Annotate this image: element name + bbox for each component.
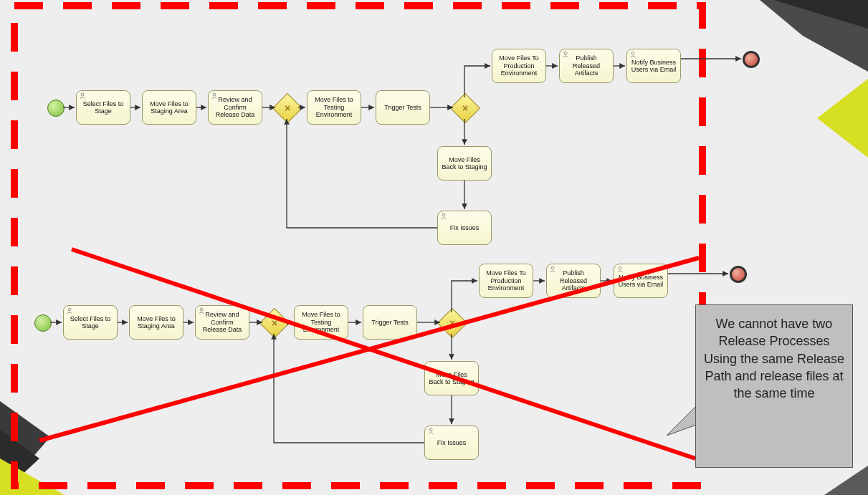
- task-move-testing-top: Move Files to Testing Environment: [307, 90, 361, 125]
- gateway-2-top: ×: [450, 93, 480, 123]
- task-label: Review and Confirm Release Data: [211, 96, 259, 118]
- task-publish-bottom: Publish Released Artifacts: [546, 264, 601, 298]
- task-back-staging-top: Move Files Back to Staging: [437, 146, 492, 181]
- task-label: Publish Released Artifacts: [550, 269, 597, 292]
- svg-point-14: [200, 308, 203, 311]
- task-label: Review and Confirm Release Data: [199, 311, 246, 333]
- annotation-callout: We cannot have two Release Processes Usi…: [695, 304, 853, 468]
- svg-line-43: [72, 249, 695, 458]
- svg-marker-6: [824, 466, 868, 495]
- task-label: Move Files to Testing Environment: [310, 96, 358, 118]
- task-label: Fix Issues: [437, 439, 467, 446]
- task-trigger-bottom: Trigger Tests: [363, 305, 417, 340]
- task-move-staging-top: Move Files to Staging Area: [142, 90, 196, 125]
- svg-marker-0: [760, 0, 868, 72]
- svg-point-11: [631, 52, 634, 54]
- task-fix-top: Fix Issues: [437, 211, 492, 245]
- task-move-prod-top: Move Files To Production Environment: [492, 49, 546, 83]
- svg-marker-3: [0, 401, 50, 495]
- task-label: Fix Issues: [450, 224, 480, 231]
- task-label: Select Files to Stage: [80, 100, 127, 115]
- task-back-staging-bottom: Move Files Back to Staging: [424, 361, 479, 395]
- svg-marker-2: [817, 79, 868, 158]
- svg-point-16: [619, 266, 621, 269]
- task-review-top: Review and Confirm Release Data: [208, 90, 262, 125]
- svg-marker-1: [774, 0, 868, 29]
- svg-marker-4: [0, 430, 39, 495]
- task-label: Move Files Back to Staging: [428, 371, 475, 386]
- end-event-bottom: [730, 266, 747, 283]
- task-label: Publish Released Artifacts: [563, 54, 610, 77]
- task-label: Notify Business Users via Email: [630, 59, 677, 74]
- start-event-top: [47, 100, 65, 117]
- task-label: Move Files to Staging Area: [133, 315, 180, 330]
- task-label: Select Files to Stage: [67, 315, 114, 330]
- task-label: Move Files Back to Staging: [441, 156, 488, 171]
- task-move-prod-bottom: Move Files To Production Environment: [479, 264, 533, 298]
- task-move-staging-bottom: Move Files to Staging Area: [129, 305, 183, 340]
- task-label: Trigger Tests: [371, 319, 409, 326]
- task-notify-top: Notify Business Users via Email: [626, 49, 681, 83]
- task-label: Move Files to Staging Area: [146, 100, 193, 115]
- svg-point-13: [68, 308, 71, 311]
- task-label: Move Files To Production Environment: [482, 269, 530, 292]
- start-event-bottom: [34, 314, 52, 332]
- svg-point-15: [551, 266, 554, 269]
- svg-point-17: [429, 428, 432, 431]
- task-label: Move Files to Testing Environment: [297, 311, 345, 333]
- task-label: Trigger Tests: [384, 104, 421, 111]
- svg-point-8: [81, 93, 84, 96]
- gateway-1-top: ×: [272, 93, 302, 123]
- task-label: Move Files To Production Environment: [495, 54, 543, 77]
- task-label: Notify Business Users via Email: [617, 274, 664, 289]
- end-event-top: [743, 51, 760, 68]
- svg-point-10: [564, 52, 567, 54]
- svg-marker-5: [0, 458, 65, 495]
- slide-stage: Select Files to Stage Move Files to Stag…: [0, 0, 868, 495]
- task-publish-top: Publish Released Artifacts: [559, 49, 614, 83]
- svg-point-9: [213, 93, 216, 96]
- callout-text: We cannot have two Release Processes Usi…: [704, 317, 844, 400]
- task-move-testing-bottom: Move Files to Testing Environment: [294, 305, 348, 340]
- task-select-top: Select Files to Stage: [76, 90, 130, 125]
- svg-point-12: [442, 213, 445, 216]
- gateway-1-bottom: ×: [259, 308, 290, 338]
- task-fix-bottom: Fix Issues: [424, 426, 479, 460]
- task-trigger-top: Trigger Tests: [376, 90, 430, 125]
- gateway-2-bottom: ×: [437, 308, 467, 338]
- task-select-bottom: Select Files to Stage: [63, 305, 118, 340]
- task-review-bottom: Review and Confirm Release Data: [195, 305, 249, 340]
- task-notify-bottom: Notify Business Users via Email: [614, 264, 668, 298]
